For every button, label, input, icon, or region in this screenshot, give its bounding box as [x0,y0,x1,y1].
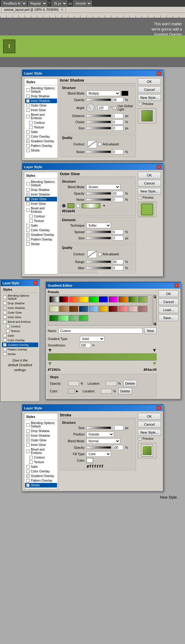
outer-glow-noise-slider[interactable] [86,198,111,201]
gs-stroke-checkbox[interactable] [3,352,6,356]
inner-shadow-distance-slider[interactable] [86,115,111,117]
sk-pattern-overlay-checkbox[interactable] [26,479,30,482]
gs-satin-checkbox[interactable] [3,334,6,337]
outer-glow-spread-input[interactable] [112,229,123,234]
stroke-size-input[interactable] [112,425,123,430]
inner-shadow-choke-slider[interactable] [86,121,111,123]
style-inner-glow[interactable]: Inner Glow [25,108,57,112]
gradient-name-input[interactable] [59,328,142,334]
outer-glow-jitter-input[interactable] [112,265,123,270]
gs-satin[interactable]: Satin [2,333,38,338]
style-outer-glow[interactable]: Outer Glow [25,103,57,108]
gradient-save-btn[interactable]: Save... [158,314,179,321]
preset-9[interactable] [138,296,147,302]
inner-shadow-color-swatch[interactable] [121,91,128,96]
outer-glow-ok-btn[interactable]: OK [138,172,161,179]
gs-drop-shadow-checkbox[interactable] [3,302,6,305]
preset-18[interactable] [128,306,138,312]
style-outer-glow-checkbox[interactable] [26,104,30,107]
stroke-opacity-input[interactable] [112,445,123,450]
og-style-contour-checkbox[interactable] [29,215,33,218]
inner-shadow-ok-btn[interactable]: OK [138,78,161,85]
gs-outer-glow[interactable]: Outer Glow [2,310,38,315]
gs-bevel-emboss-checkbox[interactable] [3,320,6,323]
gs-pattern-overlay[interactable]: Pattern Overlay [2,347,38,352]
presets-scrollbar[interactable]: ▲ ▼ [153,295,157,326]
sk-stroke-checkbox[interactable] [26,484,30,487]
og-style-texture-checkbox[interactable] [29,219,33,223]
gradient-location-input[interactable] [106,381,117,386]
stroke-opacity-slider[interactable] [86,446,111,449]
gs-pattern-overlay-checkbox[interactable] [3,348,6,351]
style-satin-checkbox[interactable] [26,130,30,134]
og-style-inner-shadow-checkbox[interactable] [26,193,30,196]
outer-glow-blend-mode-select[interactable]: Screen [86,184,120,190]
gs-texture[interactable]: Texture [2,329,38,333]
og-style-blending-checkbox[interactable] [26,182,30,185]
size-select[interactable]: 35 px [51,1,67,6]
sk-inner-shadow[interactable]: Inner Shadow [25,433,57,438]
preset-2[interactable] [69,296,78,302]
gradient-new-btn[interactable]: New [144,327,157,334]
gradient-delete2-btn[interactable]: Delete [118,388,132,395]
gs-inner-shadow-checkbox[interactable] [3,306,6,310]
stroke-dialog-close[interactable]: × [157,406,161,410]
sk-drop-shadow[interactable]: Drop Shadow [25,429,57,433]
tab-close[interactable]: × [61,8,63,11]
gs-color-overlay-checkbox[interactable] [3,338,6,342]
gradient-color-stop-swatch[interactable] [68,389,75,394]
style-drop-shadow[interactable]: Drop Shadow [25,94,57,99]
outer-glow-color-swatch[interactable] [68,203,74,208]
style-inner-glow-checkbox[interactable] [26,108,30,112]
gs-inner-glow-checkbox[interactable] [3,315,6,319]
inner-shadow-choke-input[interactable] [112,119,123,124]
gradient-opacity-stop-input[interactable] [68,381,79,386]
inner-shadow-contour-box[interactable] [88,140,97,148]
style-inner-shadow-checkbox[interactable] [26,99,30,103]
preset-13[interactable] [79,306,88,312]
sk-contour[interactable]: Contour [25,455,57,460]
style-stroke[interactable]: Stroke [25,148,57,153]
inner-shadow-opacity-slider[interactable] [86,99,111,101]
og-style-drop-shadow-checkbox[interactable] [26,188,30,192]
outer-glow-jitter-slider[interactable] [86,267,111,269]
gs-color-overlay[interactable]: Color Overlay [2,338,38,342]
preset-17[interactable] [118,306,128,312]
aa-select[interactable]: Smooth [73,1,92,6]
stroke-preview-checkbox[interactable] [138,437,141,440]
og-style-satin[interactable]: Satin [25,223,57,228]
og-style-color-overlay[interactable]: Color Overlay [25,228,57,233]
og-style-contour[interactable]: Contour [25,214,57,219]
sk-bevel-emboss-checkbox[interactable] [26,450,30,453]
sk-satin-checkbox[interactable] [26,465,30,468]
og-style-satin-checkbox[interactable] [26,224,30,227]
outer-glow-preview-checkbox[interactable] [138,196,141,199]
outer-glow-technique-select[interactable]: Softer [86,223,111,228]
preset-10[interactable] [49,306,59,312]
preset-1[interactable] [59,296,68,302]
outer-glow-gradient-dropdown[interactable]: ▼ [103,204,105,207]
stroke-ok-btn[interactable]: OK [138,413,161,420]
gs-inner-glow[interactable]: Inner Glow [2,315,38,319]
og-style-bevel-emboss-checkbox[interactable] [26,209,30,212]
stroke-size-slider[interactable] [86,427,111,429]
style-stroke-checkbox[interactable] [26,149,30,152]
style-gradient-overlay[interactable]: Gradient Overlay [25,139,57,144]
inner-shadow-dialog-close[interactable]: × [157,71,161,75]
outer-glow-size-slider[interactable] [86,237,111,239]
stroke-position-select[interactable]: Outside [86,431,114,437]
file-tab[interactable]: ssionai_layout.psd @ 100% (t, RGB/8#) × [1,7,66,12]
sk-blending-options[interactable]: Blending Options: Default [25,421,57,429]
style-blending-options[interactable]: Blending Options: Default [25,86,57,94]
inner-shadow-global-light-checkbox[interactable] [113,106,116,110]
gradient-cancel-btn[interactable]: Cancel [158,298,179,305]
style-blending-checkbox[interactable] [26,88,30,92]
outer-glow-anti-aliased-checkbox[interactable] [98,253,101,256]
opacity-stop-right[interactable] [153,349,156,352]
sk-satin[interactable]: Satin [25,464,57,469]
inner-shadow-angle-wheel[interactable] [86,103,95,112]
inner-shadow-size-slider[interactable] [86,127,111,129]
presets-grid[interactable] [48,295,152,326]
og-style-pattern-overlay[interactable]: Pattern Overlay [25,237,57,242]
inner-shadow-new-style-btn[interactable]: New Style... [138,94,161,101]
